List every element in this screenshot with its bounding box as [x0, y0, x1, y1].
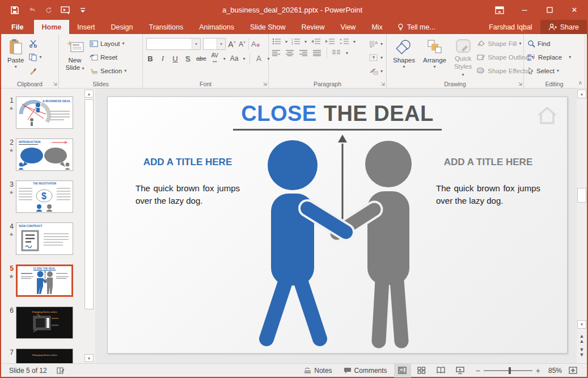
drawing-dialog-launcher-icon[interactable]: ⇲	[518, 81, 522, 87]
paste-button[interactable]: Paste ▾	[5, 36, 27, 79]
user-name[interactable]: Farshad Iqbal	[481, 20, 540, 34]
thumbnail-scroll-up-icon[interactable]: ▲	[84, 90, 94, 98]
section-button[interactable]: Section▾	[90, 65, 126, 77]
canvas-scroll-down-icon[interactable]: ▼	[577, 320, 586, 329]
new-slide-button[interactable]: New Slide ▾	[62, 36, 87, 79]
character-spacing-button[interactable]: AV⇿	[211, 52, 219, 65]
thumbnail-scroll-down-icon[interactable]: ▼	[84, 354, 94, 362]
increase-indent-icon[interactable]	[325, 38, 335, 45]
font-size-caret-icon[interactable]: ▾	[217, 39, 225, 49]
left-title-placeholder[interactable]: ADD A TITLE HERE	[134, 157, 242, 168]
tab-design[interactable]: Design	[103, 20, 141, 34]
tab-review[interactable]: Review	[294, 20, 333, 34]
clear-formatting-button[interactable]: A◆	[251, 40, 260, 48]
slide-2-thumbnail[interactable]: INTRODUCTION	[16, 138, 73, 171]
align-left-icon[interactable]	[272, 49, 281, 56]
collapse-ribbon-icon[interactable]: ∧	[578, 79, 582, 86]
normal-view-button[interactable]	[394, 364, 411, 377]
copy-button[interactable]: ▾	[29, 51, 41, 63]
tab-slideshow[interactable]: Slide Show	[242, 20, 294, 34]
tab-transitions[interactable]: Transitions	[141, 20, 191, 34]
underline-button[interactable]: U	[171, 54, 179, 63]
tab-view[interactable]: View	[333, 20, 364, 34]
start-slideshow-icon[interactable]	[60, 5, 71, 16]
zoom-slider-track[interactable]	[484, 370, 532, 371]
minimize-button[interactable]: ─	[512, 0, 537, 20]
slide-5-thumbnail[interactable]: CLOSE THE DEAL	[16, 264, 73, 297]
next-slide-icon[interactable]: ▼▼	[578, 347, 586, 358]
slide-sorter-view-button[interactable]	[413, 364, 430, 377]
slideshow-view-button[interactable]	[452, 364, 469, 377]
comments-toggle[interactable]: Comments	[339, 363, 392, 378]
strikethrough-button[interactable]: abc	[196, 55, 206, 62]
align-center-icon[interactable]	[286, 49, 294, 56]
convert-smartart-button[interactable]: ▾	[369, 65, 383, 77]
italic-button[interactable]: I	[159, 54, 167, 63]
replace-button[interactable]: abac Replace ▾	[527, 51, 571, 63]
columns-icon[interactable]	[332, 49, 341, 56]
shrink-font-button[interactable]: A˅	[238, 40, 246, 48]
text-direction-button[interactable]: A ▾	[369, 38, 383, 50]
line-spacing-icon[interactable]	[339, 38, 349, 45]
tell-me-box[interactable]: Tell me...	[391, 20, 442, 34]
font-dialog-launcher-icon[interactable]: ⇲	[263, 81, 267, 87]
home-icon[interactable]	[534, 104, 560, 127]
maximize-button[interactable]	[537, 0, 562, 20]
slide-4-thumbnail[interactable]: SIGN CONTRACT	[16, 222, 73, 255]
notes-toggle[interactable]: Notes	[299, 363, 336, 378]
close-button[interactable]: ✕	[562, 0, 587, 20]
align-right-icon[interactable]	[299, 49, 308, 56]
text-shadow-button[interactable]: S	[184, 54, 192, 63]
ribbon-display-options-icon[interactable]	[487, 0, 512, 20]
paragraph-dialog-launcher-icon[interactable]: ⇲	[380, 81, 385, 87]
handshake-figures-graphic[interactable]	[251, 130, 432, 351]
quick-styles-button[interactable]: Quick Styles ▾	[451, 36, 475, 79]
thumbnail-scrollbar[interactable]: ▲ ▼	[84, 90, 94, 362]
current-slide[interactable]: CLOSETHE DEAL ADD A TITLE HERE The quick…	[107, 96, 568, 354]
arrange-button[interactable]: Arrange ▾	[420, 36, 449, 79]
slide-6-thumbnail[interactable]: Changing theme colors	[16, 306, 73, 339]
tab-animations[interactable]: Animations	[191, 20, 242, 34]
reading-view-button[interactable]	[433, 364, 450, 377]
previous-slide-icon[interactable]: ▲▲	[578, 334, 586, 344]
cut-button[interactable]	[29, 37, 41, 49]
right-title-placeholder[interactable]: ADD A TITLE HERE	[434, 157, 542, 168]
slide-3-thumbnail[interactable]: THE NEGOTIATION $	[16, 180, 73, 213]
shapes-button[interactable]: Shapes ▾	[390, 36, 418, 79]
align-text-button[interactable]: ▾	[369, 52, 383, 64]
zoom-percentage[interactable]: 85%	[543, 367, 562, 375]
numbering-icon[interactable]: 123	[291, 38, 301, 45]
font-name-combobox[interactable]: ▾	[146, 38, 201, 50]
tab-file[interactable]: File	[1, 20, 34, 34]
font-name-caret-icon[interactable]: ▾	[192, 39, 200, 49]
right-body-placeholder[interactable]: The quick brown fox jumps over the lazy …	[436, 182, 540, 207]
bullets-icon[interactable]	[272, 38, 281, 45]
canvas-scrollbar[interactable]: ▲ ▼ ▲▲ ▼▼	[577, 89, 587, 363]
slide-counter[interactable]: Slide 5 of 12	[9, 367, 47, 375]
tab-insert[interactable]: Insert	[69, 20, 103, 34]
layout-button[interactable]: Layout▾	[90, 37, 126, 49]
format-painter-button[interactable]	[29, 65, 41, 77]
zoom-slider-handle[interactable]	[509, 367, 511, 374]
bold-button[interactable]: B	[146, 54, 154, 63]
font-color-button[interactable]: A	[255, 54, 263, 63]
find-button[interactable]: Find	[527, 37, 571, 49]
tab-home[interactable]: Home	[34, 20, 70, 34]
select-button[interactable]: Select▾	[527, 65, 571, 77]
slide-1-thumbnail[interactable]: A BUSINESS DEAL	[16, 96, 73, 129]
left-body-placeholder[interactable]: The quick brown fox jumps over the lazy …	[136, 182, 240, 207]
justify-icon[interactable]	[313, 49, 322, 56]
thumbnail-scrollbar-thumb[interactable]	[84, 99, 94, 309]
grow-font-button[interactable]: A˄	[228, 40, 236, 49]
clipboard-dialog-launcher-icon[interactable]: ⇲	[53, 81, 57, 87]
change-case-button[interactable]: Aa	[230, 54, 239, 62]
share-button[interactable]: Share	[540, 20, 587, 34]
spell-check-icon[interactable]	[56, 367, 65, 375]
slide-7-thumbnail[interactable]: Changing theme colors	[16, 348, 73, 363]
zoom-out-button[interactable]: −	[476, 366, 480, 375]
save-icon[interactable]	[9, 5, 20, 16]
fit-slide-to-window-button[interactable]	[564, 364, 581, 377]
zoom-in-button[interactable]: +	[536, 366, 540, 375]
slide-title[interactable]: CLOSETHE DEAL	[108, 102, 567, 131]
font-size-combobox[interactable]: ▾	[203, 38, 226, 50]
